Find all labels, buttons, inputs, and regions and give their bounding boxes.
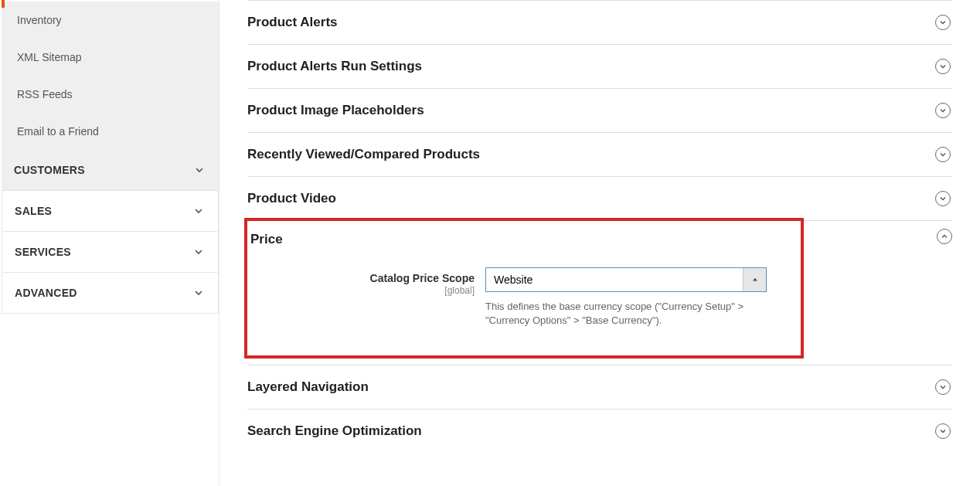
catalog-price-scope-row: Catalog Price Scope [global] Website xyxy=(263,267,785,328)
main-content: Product Alerts Product Alerts Run Settin… xyxy=(219,0,980,486)
sidebar-item-email-friend[interactable]: Email to a Friend xyxy=(2,113,219,150)
sidebar-header-label: CUSTOMERS xyxy=(14,164,85,176)
field-label: Catalog Price Scope xyxy=(263,272,475,284)
price-section-body: Catalog Price Scope [global] Website xyxy=(247,261,801,355)
active-tab-marker xyxy=(2,0,5,8)
section-product-alerts-run[interactable]: Product Alerts Run Settings xyxy=(247,45,952,88)
sidebar-header-sales[interactable]: SALES xyxy=(2,191,218,231)
expand-icon xyxy=(935,103,951,118)
form-label-column: Catalog Price Scope [global] xyxy=(263,267,485,296)
sidebar-header-advanced[interactable]: ADVANCED xyxy=(2,273,218,313)
collapse-icon[interactable] xyxy=(937,229,952,244)
price-section-highlight: Price Catalog Price Scope [global] Websi… xyxy=(244,218,804,359)
expand-icon xyxy=(935,191,951,206)
sidebar: Inventory XML Sitemap RSS Feeds Email to… xyxy=(0,0,219,486)
section-product-alerts[interactable]: Product Alerts xyxy=(247,0,952,44)
section-price[interactable]: Price xyxy=(247,221,801,261)
sidebar-header-services[interactable]: SERVICES xyxy=(2,232,218,272)
section-recently-viewed[interactable]: Recently Viewed/Compared Products xyxy=(247,133,952,176)
sidebar-item-xml-sitemap[interactable]: XML Sitemap xyxy=(2,39,219,76)
section-layered-navigation[interactable]: Layered Navigation xyxy=(247,365,952,409)
section-title: Search Engine Optimization xyxy=(247,423,422,439)
section-title: Product Alerts xyxy=(247,15,338,30)
section-seo[interactable]: Search Engine Optimization xyxy=(247,410,952,453)
section-title: Product Image Placeholders xyxy=(247,103,424,118)
catalog-price-scope-select[interactable]: Website xyxy=(485,267,767,292)
section-product-video[interactable]: Product Video xyxy=(247,177,952,220)
section-title: Recently Viewed/Compared Products xyxy=(247,147,480,162)
section-title: Price xyxy=(250,232,283,247)
expand-icon xyxy=(935,147,951,162)
expand-icon xyxy=(935,423,951,439)
sidebar-catalog-group: Inventory XML Sitemap RSS Feeds Email to… xyxy=(2,2,219,191)
chevron-down-icon xyxy=(194,165,205,175)
form-field-column: Website This defines the base currency s… xyxy=(485,267,767,328)
sidebar-header-label: ADVANCED xyxy=(15,287,77,299)
section-title: Product Alerts Run Settings xyxy=(247,59,422,74)
section-title: Layered Navigation xyxy=(247,379,369,395)
sidebar-header-label: SALES xyxy=(15,205,52,217)
expand-icon xyxy=(935,379,951,395)
section-title: Product Video xyxy=(247,191,336,206)
catalog-price-scope-select-wrap: Website xyxy=(485,267,767,292)
field-help-text: This defines the base currency scope ("C… xyxy=(485,300,764,328)
field-scope: [global] xyxy=(263,285,475,296)
expand-icon xyxy=(935,15,951,30)
chevron-down-icon xyxy=(193,206,204,216)
chevron-down-icon xyxy=(193,287,204,298)
sidebar-header-label: SERVICES xyxy=(15,246,71,258)
chevron-down-icon xyxy=(193,246,204,257)
section-product-image-placeholders[interactable]: Product Image Placeholders xyxy=(247,89,952,132)
sidebar-item-rss-feeds[interactable]: RSS Feeds xyxy=(2,76,219,113)
expand-icon xyxy=(935,59,951,74)
sidebar-header-customers[interactable]: CUSTOMERS xyxy=(2,150,219,190)
sidebar-item-inventory[interactable]: Inventory xyxy=(2,2,219,39)
